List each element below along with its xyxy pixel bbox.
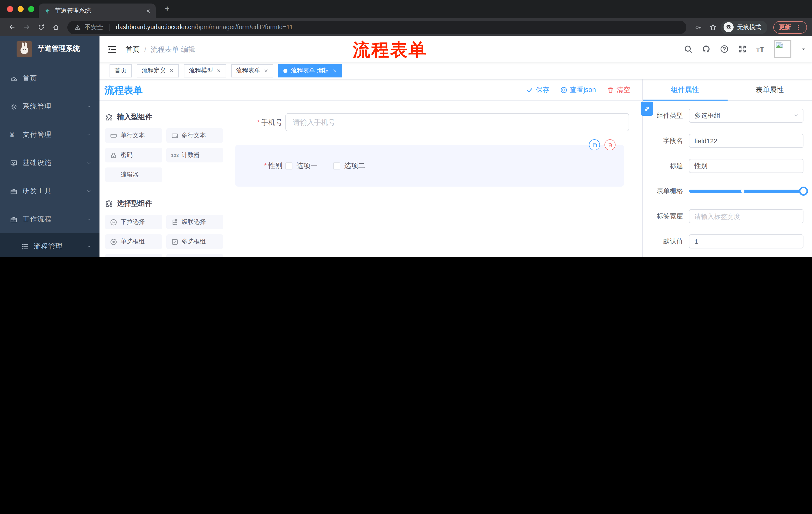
- sidebar-item-home[interactable]: 首页: [0, 64, 99, 92]
- address-bar[interactable]: 不安全 dashboard.yudao.iocoder.cn/bpm/manag…: [67, 20, 686, 34]
- form-canvas[interactable]: *手机号 请输入手机号 *性别 选项一 选项二: [229, 101, 642, 257]
- hamburger-icon[interactable]: [107, 44, 117, 54]
- sidebar-item-workflow[interactable]: 工作流程: [0, 205, 99, 233]
- copy-field-button[interactable]: [589, 139, 600, 151]
- inspector-body: 组件类型 多选框组 字段名 标题 表单栅格: [643, 101, 812, 257]
- palette-item-checkbox-group[interactable]: 多选框组: [166, 234, 223, 249]
- inspector-panel: 组件属性 表单属性 组件类型 多选框组 字段名 标题 表单栅格: [642, 79, 812, 257]
- logo-rabbit-avatar: [17, 41, 32, 57]
- trash-icon: [607, 86, 614, 93]
- sidebar-item-system[interactable]: 系统管理: [0, 92, 99, 121]
- avatar-caret-down-icon[interactable]: [801, 47, 806, 52]
- view-json-button[interactable]: 查看json: [560, 85, 596, 94]
- maximize-window-button[interactable]: [28, 6, 34, 12]
- canvas-field-gender-selected[interactable]: *性别 选项一 选项二: [235, 145, 624, 187]
- field-actions: [589, 139, 615, 151]
- sidebar-item-infrastructure[interactable]: 基础设施: [0, 149, 99, 177]
- canvas-field-phone[interactable]: *手机号 请输入手机号: [229, 113, 642, 131]
- tab-close-icon[interactable]: [264, 69, 268, 73]
- view-tab-process-form[interactable]: 流程表单: [231, 64, 273, 77]
- sidebar-item-process-mgmt[interactable]: 流程管理: [0, 233, 99, 257]
- tab-close-icon[interactable]: [216, 69, 221, 73]
- component-type-select[interactable]: 多选框组: [689, 109, 804, 123]
- url-host: dashboard.yudao.iocoder.cn: [116, 24, 195, 31]
- checkbox-icon[interactable]: [285, 162, 292, 169]
- palette-item-cascader[interactable]: 级联选择: [166, 215, 223, 229]
- close-window-button[interactable]: [7, 6, 13, 12]
- home-icon[interactable]: [49, 24, 62, 31]
- slider-handle[interactable]: [799, 187, 808, 196]
- lock-icon: [110, 152, 117, 159]
- fullscreen-icon[interactable]: [738, 45, 747, 53]
- sidebar-item-payment[interactable]: ¥支付管理: [0, 121, 99, 149]
- view-tab-process-form-edit[interactable]: 流程表单-编辑: [279, 64, 342, 77]
- tab-form-props[interactable]: 表单属性: [727, 79, 812, 100]
- tab-close-icon[interactable]: [169, 69, 174, 73]
- palette-item-switch[interactable]: 开关: [105, 254, 162, 257]
- new-tab-button[interactable]: +: [165, 4, 170, 13]
- label-width-input[interactable]: [689, 209, 804, 223]
- required-star: *: [257, 118, 260, 126]
- tab-component-props[interactable]: 组件属性: [643, 79, 727, 100]
- url-path: /bpm/manager/form/edit?formId=11: [195, 24, 293, 31]
- clear-button[interactable]: 清空: [607, 85, 630, 94]
- font-size-icon[interactable]: TT: [756, 45, 764, 53]
- palette-item-editor[interactable]: 编辑器: [105, 167, 162, 182]
- browser-update-button[interactable]: 更新: [773, 21, 807, 33]
- minimize-window-button[interactable]: [18, 6, 24, 12]
- palette-item-counter[interactable]: 123计数器: [166, 148, 223, 162]
- help-icon[interactable]: [720, 45, 729, 53]
- palette-item-single-line-text[interactable]: 单行文本: [105, 128, 162, 143]
- back-icon[interactable]: [5, 24, 19, 31]
- delete-field-button[interactable]: [605, 139, 615, 151]
- field-label: *性别: [235, 145, 282, 187]
- dashboard-icon: [10, 75, 23, 82]
- window-controls[interactable]: [7, 6, 34, 12]
- tab-close-icon[interactable]: [146, 8, 151, 13]
- palette-item-slider[interactable]: 滑块: [166, 254, 223, 257]
- forward-icon[interactable]: [20, 24, 33, 31]
- form-grid-slider[interactable]: [689, 190, 804, 193]
- view-tab-home[interactable]: 首页: [110, 64, 132, 77]
- checkbox-icon[interactable]: [333, 162, 340, 169]
- link-handle[interactable]: [641, 102, 653, 116]
- palette-item-multi-line-text[interactable]: 多行文本: [166, 128, 223, 143]
- view-tab-process-definition[interactable]: 流程定义: [137, 64, 179, 77]
- header-actions: TT: [684, 40, 806, 58]
- title-label: 标题: [643, 161, 683, 170]
- bookmark-star-icon[interactable]: [706, 24, 720, 31]
- select-icon: [110, 218, 117, 225]
- designer-header: 流程表单 保存 查看json 清空: [99, 79, 642, 101]
- sidebar-item-devtools[interactable]: 研发工具: [0, 177, 99, 205]
- sidebar-logo[interactable]: 芋道管理系统: [0, 36, 99, 61]
- incognito-badge: 无痕模式: [721, 20, 767, 34]
- palette-item-select[interactable]: 下拉选择: [105, 215, 162, 229]
- save-button[interactable]: 保存: [526, 85, 549, 94]
- browser-tab[interactable]: 芋道管理系统: [39, 3, 156, 18]
- title-input[interactable]: [689, 159, 804, 173]
- sidebar: 芋道管理系统 首页系统管理¥支付管理基础设施研发工具工作流程流程管理流程表单用户…: [0, 36, 99, 257]
- view-tab-process-model[interactable]: 流程模型: [184, 64, 226, 77]
- breadcrumb-home[interactable]: 首页: [126, 45, 140, 54]
- trash-icon: [607, 142, 613, 147]
- tab-close-icon[interactable]: [332, 69, 337, 73]
- field-name-input[interactable]: [689, 134, 804, 148]
- github-icon[interactable]: [702, 45, 710, 53]
- designer-title: 流程表单: [105, 84, 143, 97]
- puzzle-icon: [105, 113, 113, 121]
- phone-input[interactable]: 请输入手机号: [285, 113, 629, 131]
- search-icon[interactable]: [684, 45, 692, 53]
- incognito-icon: [724, 22, 734, 32]
- logo-title: 芋道管理系统: [38, 44, 80, 53]
- palette-item-radio-group[interactable]: 单选框组: [105, 234, 162, 249]
- checkbox-option-2[interactable]: 选项二: [333, 161, 365, 170]
- checkbox-option-1[interactable]: 选项一: [285, 161, 318, 170]
- key-icon[interactable]: [691, 24, 705, 31]
- reload-icon[interactable]: [34, 24, 48, 31]
- default-value-input[interactable]: [689, 234, 804, 248]
- avatar[interactable]: [774, 40, 791, 58]
- checkbox-group: 选项一 选项二: [285, 145, 381, 187]
- menu-dots-icon[interactable]: [795, 24, 802, 30]
- palette-item-password[interactable]: 密码: [105, 148, 162, 162]
- security-label: 不安全: [84, 23, 103, 31]
